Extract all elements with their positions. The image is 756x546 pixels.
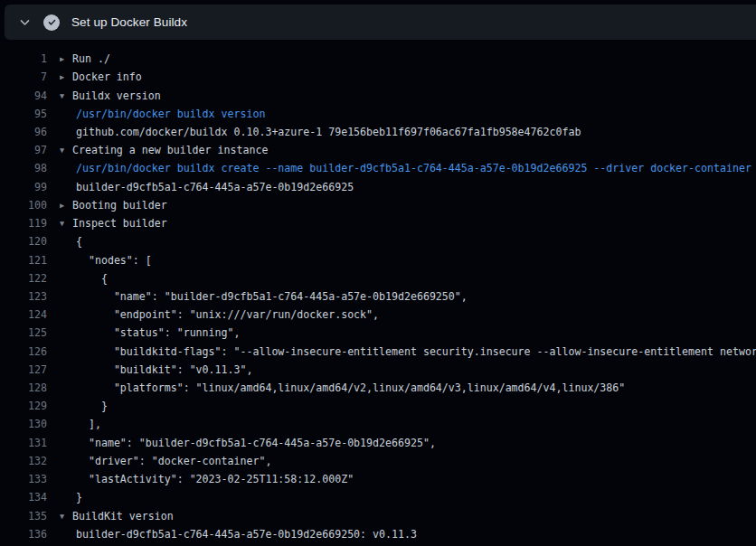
log-line: 95 /usr/bin/docker buildx version [0,105,756,123]
line-text: "nodes": [ [76,254,152,267]
line-number[interactable]: 122 [0,272,47,285]
line-number[interactable]: 125 [0,326,47,339]
log-line: 122 { [0,269,756,287]
log-line: 124 "endpoint": "unix:///var/run/docker.… [0,306,756,324]
log-line: 127 "buildkit": "v0.11.3", [0,361,756,379]
line-content: "name": "builder-d9cfb5a1-c764-445a-a57e… [60,290,756,303]
line-number[interactable]: 121 [0,254,47,267]
line-text: Booting builder [72,199,167,212]
line-content: ▼BuildKit version [60,510,756,522]
line-content: "status": "running", [60,326,756,339]
log-line: 131 "name": "builder-d9cfb5a1-c764-445a-… [0,434,756,452]
line-number[interactable]: 96 [0,126,47,138]
line-text: /usr/bin/docker buildx version [76,108,265,120]
group-toggle-icon[interactable]: ▶ [60,72,72,81]
line-content: "driver": "docker-container", [60,455,756,467]
line-text: /usr/bin/docker buildx create --name bui… [76,162,751,174]
line-text: } [76,491,82,504]
log-line[interactable]: 94 ▼Buildx version [0,86,756,104]
line-number[interactable]: 120 [0,235,47,248]
line-content: github.com/docker/buildx 0.10.3+azure-1 … [60,126,756,138]
line-text: Creating a new builder instance [72,144,268,156]
line-number[interactable]: 119 [0,217,47,230]
log-line: 121 "nodes": [ [0,250,756,268]
step-title: Set up Docker Buildx [71,15,187,29]
group-toggle-icon[interactable]: ▶ [60,54,72,63]
line-text: Run ./ [72,52,110,65]
log-line[interactable]: 1 ▶Run ./ [0,50,756,68]
line-content: ▼Inspect builder [60,217,756,230]
line-text: "name": "builder-d9cfb5a1-c764-445a-a57e… [76,437,436,449]
line-content: "buildkitd-flags": "--allow-insecure-ent… [60,345,756,358]
line-number[interactable]: 128 [0,381,47,394]
log-line: 96 github.com/docker/buildx 0.10.3+azure… [0,123,756,141]
line-number[interactable]: 133 [0,473,47,485]
log-line: 136 builder-d9cfb5a1-c764-445a-a57e-0b19… [0,525,756,543]
step-header[interactable]: Set up Docker Buildx [5,5,756,40]
line-content: { [60,272,756,285]
log-line[interactable]: 119 ▼Inspect builder [0,214,756,232]
line-number[interactable]: 1 [0,52,47,65]
line-number[interactable]: 131 [0,437,47,449]
line-number[interactable]: 95 [0,108,47,120]
line-number[interactable]: 136 [0,528,47,541]
line-text: builder-d9cfb5a1-c764-445a-a57e-0b19d2e6… [76,181,354,193]
log-line: 133 "lastActivity": "2023-02-25T11:58:12… [0,470,756,488]
log-line[interactable]: 100 ▶Booting builder [0,196,756,214]
line-number[interactable]: 100 [0,199,47,212]
log-line: 123 "name": "builder-d9cfb5a1-c764-445a-… [0,287,756,306]
line-content: ▶Booting builder [60,199,756,212]
line-number[interactable]: 97 [0,144,47,156]
line-content: ▶Run ./ [60,52,756,65]
line-content: /usr/bin/docker buildx create --name bui… [60,162,756,174]
line-content: ▼Buildx version [60,89,756,102]
line-text: "name": "builder-d9cfb5a1-c764-445a-a57e… [76,290,468,303]
line-content: /usr/bin/docker buildx version [60,108,756,120]
line-text: BuildKit version [72,510,174,522]
line-text: { [76,272,108,285]
group-toggle-icon[interactable]: ▶ [60,201,72,210]
line-number[interactable]: 7 [0,71,47,83]
line-text: builder-d9cfb5a1-c764-445a-a57e-0b19d2e6… [76,528,417,541]
line-number[interactable]: 98 [0,162,47,174]
group-toggle-icon[interactable]: ▼ [60,219,72,228]
line-text: "platforms": "linux/amd64,linux/amd64/v2… [76,381,625,394]
log-line[interactable]: 7 ▶Docker info [0,68,756,86]
line-content: "platforms": "linux/amd64,linux/amd64/v2… [60,381,756,394]
group-toggle-icon[interactable]: ▼ [60,146,72,155]
chevron-down-icon[interactable] [17,15,32,30]
line-content: "name": "builder-d9cfb5a1-c764-445a-a57e… [60,437,756,449]
log-line: 130 ], [0,415,756,433]
line-text: ], [76,418,101,430]
line-content: ▼Creating a new builder instance [60,144,756,156]
log-line: 132 "driver": "docker-container", [0,452,756,470]
line-text: "driver": "docker-container", [76,455,271,467]
line-content: ], [60,418,756,430]
line-text: "buildkit": "v0.11.3", [76,363,252,376]
line-text: Docker info [72,71,142,83]
log-line: 120 { [0,232,756,250]
line-number[interactable]: 123 [0,290,47,303]
line-text: github.com/docker/buildx 0.10.3+azure-1 … [76,126,581,138]
group-toggle-icon[interactable]: ▼ [60,91,72,100]
line-content: "buildkit": "v0.11.3", [60,363,756,376]
line-content: "nodes": [ [60,254,756,267]
line-number[interactable]: 129 [0,400,47,412]
log-line: 128 "platforms": "linux/amd64,linux/amd6… [0,379,756,397]
line-number[interactable]: 134 [0,491,47,504]
line-text: Inspect builder [72,217,167,230]
group-toggle-icon[interactable]: ▼ [60,512,72,521]
line-number[interactable]: 132 [0,455,47,467]
line-content: "endpoint": "unix:///var/run/docker.sock… [60,308,756,321]
line-number[interactable]: 130 [0,418,47,430]
line-number[interactable]: 135 [0,510,47,522]
line-content: "lastActivity": "2023-02-25T11:58:12.000… [60,473,756,485]
line-number[interactable]: 126 [0,345,47,358]
line-text: "lastActivity": "2023-02-25T11:58:12.000… [76,473,354,485]
log-line[interactable]: 97 ▼Creating a new builder instance [0,141,756,159]
line-number[interactable]: 127 [0,363,47,376]
line-number[interactable]: 124 [0,308,47,321]
log-line[interactable]: 135 ▼BuildKit version [0,506,756,524]
line-number[interactable]: 94 [0,89,47,102]
line-number[interactable]: 99 [0,181,47,193]
